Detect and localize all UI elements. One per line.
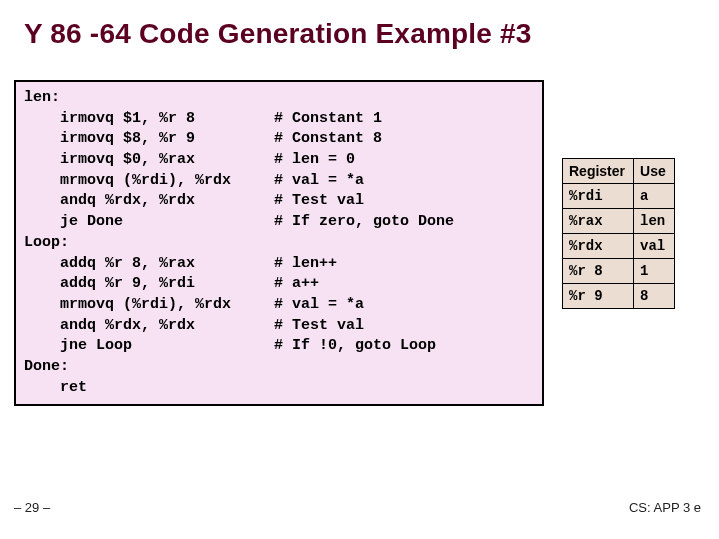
- col-register: Register: [563, 159, 634, 184]
- code-instruction: addq %r 8, %rax: [24, 254, 274, 275]
- code-instruction: ret: [24, 378, 274, 399]
- code-comment: # Test val: [274, 316, 534, 337]
- code-listing: len: irmovq $1, %r 8# Constant 1 irmovq …: [14, 80, 544, 406]
- table-row: %rdia: [563, 184, 675, 209]
- code-instruction: Loop:: [24, 233, 274, 254]
- code-line: addq %r 9, %rdi# a++: [24, 274, 534, 295]
- table-row: %rdxval: [563, 234, 675, 259]
- code-comment: # a++: [274, 274, 534, 295]
- code-line: addq %r 8, %rax# len++: [24, 254, 534, 275]
- code-line: irmovq $8, %r 9# Constant 8: [24, 129, 534, 150]
- cell-use: 1: [634, 259, 675, 284]
- code-instruction: len:: [24, 88, 274, 109]
- code-line: len:: [24, 88, 534, 109]
- code-comment: # val = *a: [274, 171, 534, 192]
- code-line: irmovq $1, %r 8# Constant 1: [24, 109, 534, 130]
- code-line: mrmovq (%rdi), %rdx# val = *a: [24, 295, 534, 316]
- slide-number: – 29 –: [14, 500, 50, 515]
- code-line: Done:: [24, 357, 534, 378]
- register-table: Register Use %rdia%raxlen%rdxval%r 81%r …: [562, 158, 675, 309]
- code-comment: # len++: [274, 254, 534, 275]
- code-comment: [274, 88, 534, 109]
- code-line: je Done# If zero, goto Done: [24, 212, 534, 233]
- cell-register: %rdi: [563, 184, 634, 209]
- code-comment: [274, 233, 534, 254]
- code-comment: # If !0, goto Loop: [274, 336, 534, 357]
- code-instruction: jne Loop: [24, 336, 274, 357]
- table-row: %r 81: [563, 259, 675, 284]
- cell-use: len: [634, 209, 675, 234]
- code-line: irmovq $0, %rax# len = 0: [24, 150, 534, 171]
- code-comment: # Constant 8: [274, 129, 534, 150]
- code-instruction: mrmovq (%rdi), %rdx: [24, 171, 274, 192]
- code-instruction: addq %r 9, %rdi: [24, 274, 274, 295]
- code-instruction: mrmovq (%rdi), %rdx: [24, 295, 274, 316]
- code-line: Loop:: [24, 233, 534, 254]
- code-comment: # len = 0: [274, 150, 534, 171]
- book-ref: CS: APP 3 e: [629, 500, 701, 515]
- slide-title: Y 86 -64 Code Generation Example #3: [0, 0, 719, 50]
- cell-register: %rax: [563, 209, 634, 234]
- cell-register: %r 8: [563, 259, 634, 284]
- col-use: Use: [634, 159, 675, 184]
- code-comment: # If zero, goto Done: [274, 212, 534, 233]
- code-line: andq %rdx, %rdx# Test val: [24, 191, 534, 212]
- cell-use: 8: [634, 284, 675, 309]
- code-instruction: Done:: [24, 357, 274, 378]
- cell-use: a: [634, 184, 675, 209]
- code-instruction: andq %rdx, %rdx: [24, 316, 274, 337]
- code-comment: # Constant 1: [274, 109, 534, 130]
- code-comment: # val = *a: [274, 295, 534, 316]
- code-instruction: irmovq $0, %rax: [24, 150, 274, 171]
- table-row: %r 98: [563, 284, 675, 309]
- code-comment: [274, 357, 534, 378]
- cell-register: %rdx: [563, 234, 634, 259]
- code-line: ret: [24, 378, 534, 399]
- table-header-row: Register Use: [563, 159, 675, 184]
- code-instruction: andq %rdx, %rdx: [24, 191, 274, 212]
- code-line: mrmovq (%rdi), %rdx# val = *a: [24, 171, 534, 192]
- code-line: andq %rdx, %rdx# Test val: [24, 316, 534, 337]
- code-instruction: je Done: [24, 212, 274, 233]
- code-comment: # Test val: [274, 191, 534, 212]
- code-comment: [274, 378, 534, 399]
- code-instruction: irmovq $1, %r 8: [24, 109, 274, 130]
- code-instruction: irmovq $8, %r 9: [24, 129, 274, 150]
- cell-register: %r 9: [563, 284, 634, 309]
- table-row: %raxlen: [563, 209, 675, 234]
- cell-use: val: [634, 234, 675, 259]
- code-line: jne Loop# If !0, goto Loop: [24, 336, 534, 357]
